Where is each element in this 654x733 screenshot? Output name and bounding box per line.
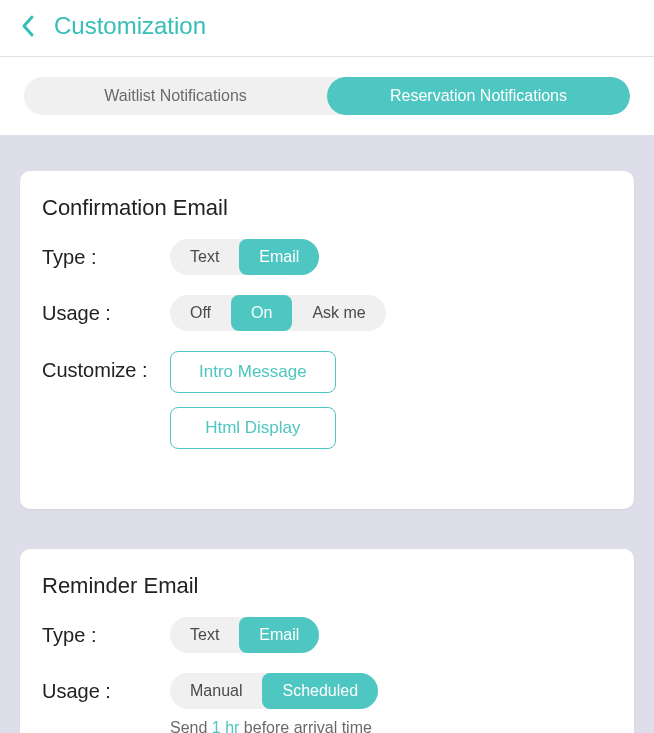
customize-label: Customize :: [42, 351, 170, 382]
confirmation-type-text[interactable]: Text: [170, 239, 239, 275]
customize-buttons: Intro Message Html Display: [170, 351, 336, 449]
reminder-send-line: Send 1 hr before arrival time: [170, 719, 612, 733]
tab-waitlist-notifications[interactable]: Waitlist Notifications: [24, 77, 327, 115]
confirmation-usage-askme[interactable]: Ask me: [292, 295, 385, 331]
reminder-usage-segment: Manual Scheduled: [170, 673, 378, 709]
confirmation-email-card: Confirmation Email Type : Text Email Usa…: [20, 171, 634, 509]
confirmation-type-email[interactable]: Email: [239, 239, 319, 275]
confirmation-type-row: Type : Text Email: [42, 239, 612, 275]
html-display-button[interactable]: Html Display: [170, 407, 336, 449]
back-button[interactable]: [14, 12, 42, 40]
reminder-type-text[interactable]: Text: [170, 617, 239, 653]
confirmation-usage-off[interactable]: Off: [170, 295, 231, 331]
header: Customization: [0, 0, 654, 56]
confirmation-usage-row: Usage : Off On Ask me: [42, 295, 612, 331]
tabs-container: Waitlist Notifications Reservation Notif…: [0, 57, 654, 135]
reminder-usage-manual[interactable]: Manual: [170, 673, 262, 709]
type-label: Type :: [42, 624, 170, 647]
confirmation-usage-segment: Off On Ask me: [170, 295, 386, 331]
reminder-usage-scheduled[interactable]: Scheduled: [262, 673, 378, 709]
usage-label: Usage :: [42, 302, 170, 325]
tab-reservation-notifications[interactable]: Reservation Notifications: [327, 77, 630, 115]
send-prefix: Send: [170, 719, 212, 733]
type-label: Type :: [42, 246, 170, 269]
confirmation-type-segment: Text Email: [170, 239, 319, 275]
intro-message-button[interactable]: Intro Message: [170, 351, 336, 393]
chevron-left-icon: [20, 14, 36, 38]
notification-tabs: Waitlist Notifications Reservation Notif…: [24, 77, 630, 115]
content-area: Confirmation Email Type : Text Email Usa…: [0, 135, 654, 733]
reminder-type-email[interactable]: Email: [239, 617, 319, 653]
confirmation-email-title: Confirmation Email: [42, 195, 612, 221]
page-title: Customization: [54, 12, 206, 40]
reminder-type-segment: Text Email: [170, 617, 319, 653]
usage-label: Usage :: [42, 680, 170, 703]
reminder-email-card: Reminder Email Type : Text Email Usage :…: [20, 549, 634, 733]
reminder-usage-row: Usage : Manual Scheduled: [42, 673, 612, 709]
reminder-type-row: Type : Text Email: [42, 617, 612, 653]
confirmation-customize-row: Customize : Intro Message Html Display: [42, 351, 612, 449]
confirmation-usage-on[interactable]: On: [231, 295, 292, 331]
send-value[interactable]: 1 hr: [212, 719, 240, 733]
send-suffix: before arrival time: [239, 719, 372, 733]
reminder-email-title: Reminder Email: [42, 573, 612, 599]
